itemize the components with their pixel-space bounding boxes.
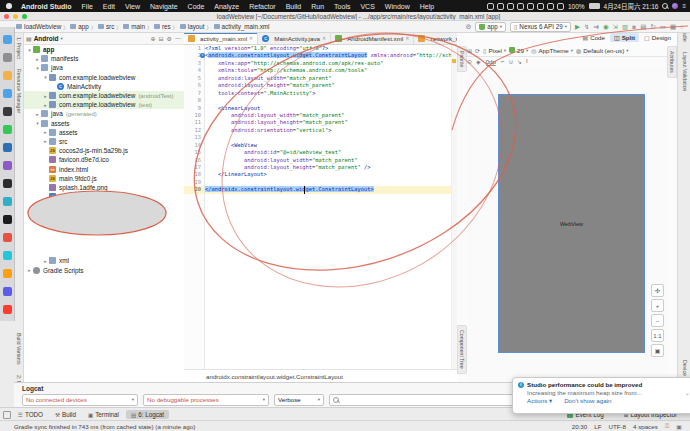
- sdk-manager-button[interactable]: ▦: [670, 23, 676, 31]
- run-button[interactable]: ▶: [575, 23, 580, 31]
- webview-preview[interactable]: WebView: [498, 94, 645, 353]
- tree-item-xml[interactable]: ▸xml: [23, 256, 184, 265]
- menu-item-build[interactable]: Build: [281, 3, 307, 10]
- hide-icon[interactable]: —: [175, 35, 181, 42]
- dock-app-15[interactable]: [3, 287, 12, 296]
- dock-app-10[interactable]: [3, 197, 12, 206]
- design-surface-icon[interactable]: ⊞: [467, 47, 472, 54]
- avd-manager-button[interactable]: ▭: [660, 23, 666, 31]
- menu-item-edit[interactable]: Edit: [98, 3, 120, 10]
- logcat-process-select[interactable]: No debuggable processes▾: [143, 394, 269, 406]
- tree-item-drawable[interactable]: ▸drawable: [23, 220, 184, 229]
- menu-item-run[interactable]: Run: [306, 3, 329, 10]
- dock-app-13[interactable]: [3, 251, 12, 260]
- close-tab-icon[interactable]: ✕: [322, 35, 326, 41]
- menu-item-analyze[interactable]: Analyze: [209, 3, 244, 10]
- mode-code-button[interactable]: ▤Code: [579, 33, 609, 42]
- editor-tab-activity_main.xml[interactable]: activity_main.xml✕: [184, 32, 258, 44]
- locate-icon[interactable]: ⊕: [151, 35, 156, 42]
- editor-tab-AndroidManifest.xml[interactable]: AndroidManifest.xml✕: [331, 32, 414, 44]
- dock-app-7[interactable]: [3, 143, 12, 152]
- tree-item-java[interactable]: ▸java(generated): [23, 109, 184, 118]
- project-view-select[interactable]: Android: [34, 35, 59, 42]
- file-encoding[interactable]: UTF-8: [608, 423, 626, 430]
- menu-item-code[interactable]: Code: [183, 3, 210, 10]
- dock-app-6[interactable]: [3, 125, 12, 134]
- dock-app-11[interactable]: [3, 215, 12, 224]
- tree-item-com.example.loadwebview[interactable]: ▾com.example.loadwebview: [23, 73, 184, 82]
- dock-app-14[interactable]: [3, 269, 12, 278]
- device-select[interactable]: ▯ Nexus 6 API 29▾: [510, 22, 571, 32]
- dock-app-12[interactable]: [3, 233, 12, 242]
- keyboard-icon[interactable]: [527, 3, 534, 10]
- apple-menu-icon[interactable]: [6, 3, 12, 9]
- line-separator[interactable]: LF: [594, 423, 601, 430]
- default-margin-button[interactable]: 0dp: [486, 58, 496, 66]
- sync-gradle-button[interactable]: ↻: [650, 23, 655, 31]
- close-tab-icon[interactable]: ✕: [249, 35, 253, 41]
- gradle-sync-message[interactable]: Gradle sync finished in 743 ms (from cac…: [14, 423, 195, 430]
- attach-debugger-button[interactable]: ⇲: [613, 23, 618, 31]
- menu-item-window[interactable]: Window: [380, 3, 415, 10]
- pan-icon[interactable]: ◈: [476, 58, 481, 65]
- device-menu[interactable]: ▯Pixel▾: [483, 47, 506, 54]
- stop-button[interactable]: ■: [632, 23, 636, 31]
- debug-button[interactable]: ◉: [603, 23, 609, 31]
- toolwindow-tab-layout-validation[interactable]: Layout Validation: [682, 47, 688, 96]
- guidelines-icon[interactable]: ⌐: [501, 58, 505, 65]
- breadcrumb-item-src[interactable]: src: [98, 23, 114, 30]
- lock-icon[interactable]: ⚿: [665, 423, 670, 430]
- breadcrumb-item-res[interactable]: res: [154, 23, 171, 30]
- design-canvas[interactable]: WebView ✣+−1:1▣: [467, 67, 667, 382]
- input-source-icon[interactable]: [557, 3, 564, 10]
- wifi-icon[interactable]: [547, 3, 554, 10]
- toolwindow-switcher-icon[interactable]: [3, 411, 11, 419]
- close-tab-icon[interactable]: ✕: [405, 35, 409, 41]
- minimize-window-button[interactable]: [13, 14, 18, 19]
- infer-icon[interactable]: I: [526, 58, 528, 65]
- theme-menu[interactable]: ◎AppTheme▾: [531, 47, 573, 54]
- mode-design-button[interactable]: ▢Design: [640, 33, 675, 42]
- tree-item-src[interactable]: ▸src: [23, 137, 184, 146]
- dock-app-8[interactable]: [3, 161, 12, 170]
- magnet-icon[interactable]: ∪: [509, 58, 513, 65]
- edit-configurations-icon[interactable]: ⚙: [465, 23, 471, 31]
- dock-app-16[interactable]: [3, 305, 12, 314]
- menu-item-tools[interactable]: Tools: [329, 3, 355, 10]
- toolwindow-tab-build-variants[interactable]: Build Variants: [16, 328, 22, 370]
- attributes-tab[interactable]: Attributes: [667, 46, 677, 78]
- tree-item-assets[interactable]: ▸assets: [23, 128, 184, 137]
- zoom-in-icon[interactable]: +: [651, 299, 664, 312]
- dock-app-2[interactable]: [3, 53, 12, 62]
- dock-app-5[interactable]: [3, 107, 12, 116]
- collapse-all-icon[interactable]: ⊟: [159, 35, 164, 42]
- bluetooth-icon[interactable]: [537, 3, 544, 10]
- tree-item-favicon.d9e7d.ico[interactable]: favicon.d9e7d.ico: [23, 155, 184, 164]
- close-window-button[interactable]: [4, 14, 9, 19]
- spotlight-icon[interactable]: [662, 3, 668, 9]
- breadcrumb-item-activity_main.xml[interactable]: activity_main.xml: [214, 23, 270, 30]
- zoom-fit-icon[interactable]: ▣: [651, 344, 664, 357]
- profile-button[interactable]: ▥: [622, 23, 628, 31]
- logcat-level-select[interactable]: Verbose▾: [274, 394, 324, 406]
- menu-item-vcs[interactable]: VCS: [355, 3, 379, 10]
- screen-record-icon[interactable]: [487, 3, 494, 10]
- breadcrumb-item-main[interactable]: main: [123, 23, 145, 30]
- editor-breadcrumb[interactable]: androidx.constraintlayout.widget.Constra…: [184, 369, 457, 382]
- bottom-tab-build[interactable]: ⚒Build: [50, 410, 81, 419]
- menu-item-file[interactable]: File: [77, 3, 98, 10]
- messages-icon[interactable]: [507, 3, 514, 10]
- bottom-tab-todo[interactable]: ☰TODO: [13, 410, 48, 419]
- tree-item-cocos2d-js-min.5a29b.js[interactable]: JScocos2d-js-min.5a29b.js: [23, 146, 184, 155]
- tree-item-splash.1adfe.png[interactable]: splash.1adfe.png: [23, 183, 184, 192]
- notification-dismiss-link[interactable]: Don't show again: [564, 397, 611, 404]
- toolwindow-tab-1-project[interactable]: 1: Project: [16, 32, 22, 64]
- tree-item-Gradle Scripts[interactable]: ▸Gradle Scripts: [23, 266, 184, 275]
- mode-split-button[interactable]: ◫Split: [610, 33, 639, 42]
- tree-item-MainActivity[interactable]: CMainActivity: [23, 82, 184, 91]
- run-config-select[interactable]: app▾: [475, 22, 506, 32]
- locale-menu[interactable]: ◍Default (en-us)▾: [576, 47, 628, 54]
- tree-item-com.example.loadwebview[interactable]: ▸com.example.loadwebview(test): [23, 100, 184, 109]
- indent-size[interactable]: 4 spaces: [633, 423, 658, 430]
- tree-item-com.example.loadwebview[interactable]: ▸com.example.loadwebview(androidTest): [23, 91, 184, 100]
